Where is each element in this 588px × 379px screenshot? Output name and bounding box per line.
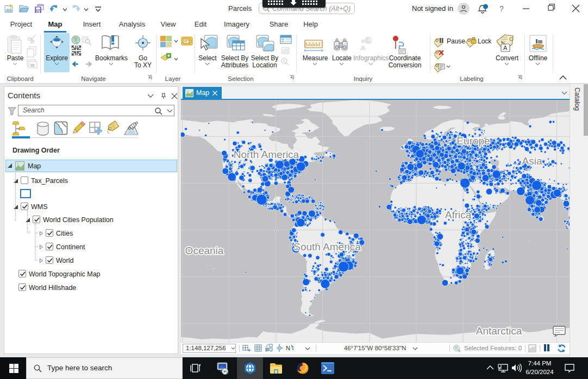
svg-text:Europe: Europe [456, 135, 490, 147]
svg-text:Asia: Asia [522, 155, 542, 167]
svg-text:Antarctica: Antarctica [476, 325, 522, 337]
svg-text:W: W [30, 63, 35, 68]
svg-text:N: N [286, 345, 290, 351]
svg-text:South America: South America [293, 241, 361, 252]
svg-text:Oceania: Oceania [185, 245, 224, 256]
svg-text:North America: North America [234, 149, 299, 160]
svg-text:A: A [503, 45, 508, 51]
svg-text:Africa: Africa [445, 209, 472, 220]
